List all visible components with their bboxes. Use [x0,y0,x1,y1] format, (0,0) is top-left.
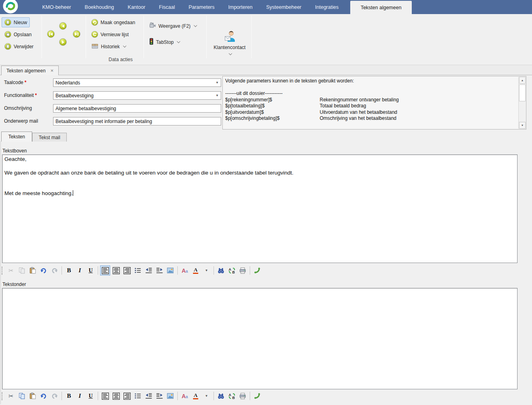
cut-button[interactable]: ✂ [6,265,16,275]
required-marker: * [25,80,27,85]
nav-next-button[interactable] [59,38,67,46]
application-window: KMO-beheer Boekhouding Kantoor Fiscaal P… [0,0,532,405]
copy-button[interactable] [17,391,27,401]
underline-button[interactable]: U [86,391,96,401]
dropdown-arrow-icon[interactable]: ▼ [216,81,219,84]
align-center-icon [113,267,120,274]
bold-button[interactable]: B [64,391,74,401]
insert-image-button[interactable] [165,265,175,275]
align-right-button[interactable] [122,265,132,275]
cut-button[interactable]: ✂ [6,391,16,401]
align-center-icon [113,393,120,400]
tabstop-button[interactable]: TabStop [146,37,183,47]
nav-first-button[interactable] [47,30,55,38]
refresh-list-button[interactable]: Vernieuw lijst [88,29,131,39]
font-color-button[interactable]: A [191,265,201,275]
phone-button[interactable] [252,391,262,401]
italic-button[interactable]: I [75,391,85,401]
copy-button[interactable] [17,265,27,275]
close-tab-icon[interactable]: × [50,68,53,73]
print-button[interactable] [238,391,248,401]
customer-contact-button[interactable]: Klantencontact [209,30,250,56]
toolbar-separator-icon [177,266,178,275]
history-button[interactable]: Historiek [88,41,129,51]
tekstboven-editor[interactable]: Geachte, We gaven de opdracht aan onze b… [2,154,518,263]
font-color-dropdown-button[interactable]: ▼ [201,391,212,401]
menu-item-parameters[interactable]: Parameters [182,0,222,14]
tekstboven-text: Geachte, We gaven de opdracht aan onze b… [4,156,294,196]
replace-button[interactable]: AB [227,391,237,401]
scrollbar-thumb[interactable] [519,84,526,101]
scroll-down-button[interactable]: ▼ [519,122,526,129]
toolbar-separator-icon [250,266,250,275]
toolbar-grip-handle[interactable] [2,267,4,275]
undo-action-button[interactable]: Maak ongedaan [88,17,138,27]
onderwerp-mail-input[interactable]: Betaalbevestiging met informatie per bet… [53,117,221,125]
align-center-button[interactable] [111,391,121,401]
outdent-button[interactable] [144,391,154,401]
paste-icon [29,393,36,399]
menu-item-integraties[interactable]: Integraties [308,0,345,14]
functionaliteit-select[interactable]: Betaalbevestiging▼ [53,91,221,100]
align-right-button[interactable] [122,391,132,401]
undo-button[interactable] [39,265,49,275]
indent-button[interactable] [154,391,164,401]
find-button[interactable] [216,265,226,275]
menu-item-fiscaal[interactable]: Fiscaal [152,0,182,14]
scroll-up-button[interactable]: ▲ [519,77,526,84]
omschrijving-input[interactable]: Algemene betaalbevestiging [53,104,221,113]
underline-button[interactable]: U [86,265,96,275]
parameter-description: Omschrijving van het betaalbestand [320,115,396,122]
undo-button[interactable] [39,391,49,401]
bullet-list-button[interactable] [133,265,143,275]
view-button[interactable]: Weergave (F2) [146,21,199,31]
redo-button[interactable] [49,265,60,275]
indent-button[interactable] [154,265,164,275]
print-button[interactable] [238,265,248,275]
taalcode-select[interactable]: Nederlands▼ [53,78,221,87]
phone-button[interactable] [252,265,262,275]
font-size-button[interactable]: Aa [180,391,190,401]
menu-item-teksten-algemeen-active[interactable]: Teksten algemeen [350,1,412,14]
font-color-icon: A [193,393,198,399]
replace-button[interactable]: AB [227,265,237,275]
parameters-scrollbar[interactable]: ▲ ▼ [518,77,526,129]
menu-item-boekhouding[interactable]: Boekhouding [78,0,121,14]
menu-item-importeren[interactable]: Importeren [222,0,259,14]
align-center-button[interactable] [111,265,121,275]
tab-tekst-mail[interactable]: Tekst mail [32,133,67,142]
cut-icon: ✂ [8,267,14,274]
find-button[interactable] [216,391,226,401]
nav-previous-button[interactable] [59,22,67,30]
redo-button[interactable] [49,391,60,401]
paste-button[interactable] [28,391,38,401]
align-left-button[interactable] [100,391,110,401]
toolbar-grip-handle[interactable] [2,392,4,400]
new-button[interactable]: Nieuw [2,17,30,27]
menu-item-systeembeheer[interactable]: Systeembeheer [259,0,308,14]
bold-button[interactable]: B [64,265,74,275]
bold-icon: B [67,393,71,399]
tab-teksten[interactable]: Teksten [1,132,32,142]
outdent-button[interactable] [144,265,154,275]
save-button[interactable]: Opslaan [2,29,35,39]
align-left-button[interactable] [100,265,110,275]
bullet-list-button[interactable] [133,391,143,401]
dropdown-arrow-icon[interactable]: ▼ [216,94,219,97]
insert-image-button[interactable] [165,391,175,401]
italic-button[interactable]: I [75,265,85,275]
tekstonder-editor[interactable] [2,288,518,389]
document-tab[interactable]: Teksten algemeen × [1,66,59,75]
chevron-down-icon [123,44,126,47]
paste-button[interactable] [28,265,38,275]
font-color-button[interactable]: A [191,391,201,401]
delete-button[interactable]: Verwijder [2,41,36,51]
parameter-description: Uitvoerdatum van het betaalbestand [320,109,397,116]
menu-item-kantoor[interactable]: Kantoor [121,0,152,14]
parameter-description: Rekeningnummer ontvanger betaling [320,97,399,103]
menu-item-kmo-beheer[interactable]: KMO-beheer [35,0,78,14]
ribbon-separator [86,16,86,58]
font-color-dropdown-button[interactable]: ▼ [201,265,212,275]
font-size-button[interactable]: Aa [180,265,190,275]
nav-last-button[interactable] [73,30,80,38]
